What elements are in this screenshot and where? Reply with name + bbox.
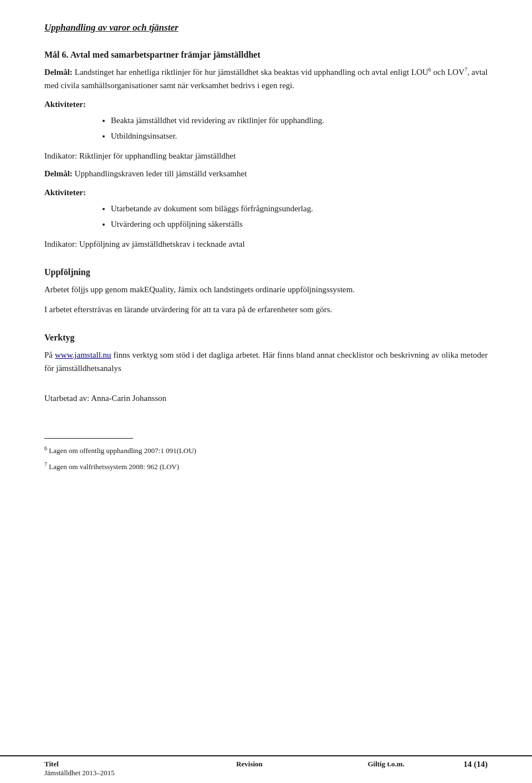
page: Upphandling av varor och tjänster Mål 6.… [0, 0, 532, 783]
maal6-delmaal-paragraph: Delmål: Landstinget har enhetliga riktli… [44, 65, 488, 92]
indikator1-text: Indikator: Riktlinjer för upphandling be… [44, 149, 488, 162]
verktyg-text-before: På [44, 350, 55, 359]
list-item: Utvärdering och uppföljning säkerställs [111, 217, 488, 231]
list-item: Utbildningsinsatser. [111, 129, 488, 143]
indikator2-text: Indikator: Uppföljning av jämställdhetsk… [44, 237, 488, 251]
aktiviteter2-list: Utarbetande av dokument som biläggs förf… [111, 202, 488, 231]
footnote-6-sup: 6 [44, 445, 47, 451]
delmaal-label: Delmål: [44, 68, 73, 77]
footer-revision-cell: Revision [181, 760, 318, 769]
aktiviteter1-list: Beakta jämställdhet vid revidering av ri… [111, 114, 488, 143]
maal6-heading: Mål 6. Avtal med samarbetspartner främja… [44, 50, 488, 60]
utarbetad-text: Utarbetad av: Anna-Carin Johansson [44, 392, 488, 405]
footer-giltig-label: Giltig t.o.m. [318, 760, 454, 769]
utarbetad-section: Utarbetad av: Anna-Carin Johansson [44, 392, 488, 405]
footer-revision-label: Revision [181, 760, 318, 769]
verktyg-text: På www.jamstall.nu finns verktyg som stö… [44, 348, 488, 375]
footnote-7: 7 Lagen om valfrihetssystem 2008: 962 (L… [44, 460, 488, 473]
uppfoljning-heading: Uppföljning [44, 267, 488, 277]
verktyg-link[interactable]: www.jamstall.nu [55, 350, 111, 359]
delmaal-text1: Landstinget har enhetliga riktlinjer för… [75, 68, 428, 77]
verktyg-text-after: finns verktyg som stöd i det dagliga arb… [44, 350, 488, 373]
uppfoljning-section: Uppföljning Arbetet följjs upp genom mak… [44, 267, 488, 316]
footer-giltig-cell: Giltig t.o.m. [318, 760, 454, 769]
page-header-title: Upphandling av varor och tjänster [44, 22, 488, 33]
footnote-divider [44, 438, 133, 439]
verktyg-heading: Verktyg [44, 333, 488, 343]
aktiviteter2-label: Aktiviteter: [44, 188, 488, 197]
footnote-6-text: Lagen om offentlig upphandling 2007:1 09… [49, 446, 196, 455]
footnote-6: 6 Lagen om offentlig upphandling 2007:1 … [44, 444, 488, 457]
delmaal-text2: och LOV [431, 68, 464, 77]
footer-titel-cell: Titel Jämställdhet 2013–2015 [44, 760, 181, 777]
uppfoljning-text2: I arbetet eftersträvas en lärande utvärd… [44, 303, 488, 316]
list-item: Utarbetande av dokument som biläggs förf… [111, 202, 488, 215]
verktyg-section: Verktyg På www.jamstall.nu finns verktyg… [44, 333, 488, 375]
footnote-7-sup: 7 [44, 461, 47, 467]
uppfoljning-text1: Arbetet följjs upp genom makEQuality, Jä… [44, 283, 488, 296]
delmaal2-text: Upphandlingskraven leder till jämställd … [75, 169, 247, 178]
delmaal2-label: Delmål: [44, 169, 73, 178]
maal6-delmaal2: Delmål: Upphandlingskraven leder till jä… [44, 167, 488, 180]
footer-titel-value: Jämställdhet 2013–2015 [44, 769, 181, 777]
list-item: Beakta jämställdhet vid revidering av ri… [111, 114, 488, 127]
footnote-7-text: Lagen om valfrihetssystem 2008: 962 (LOV… [49, 462, 179, 471]
aktiviteter1-label: Aktiviteter: [44, 100, 488, 109]
page-footer: Titel Jämställdhet 2013–2015 Revision Gi… [0, 755, 532, 783]
footer-page-number: 14 (14) [454, 760, 488, 769]
footer-titel-label: Titel [44, 760, 181, 769]
